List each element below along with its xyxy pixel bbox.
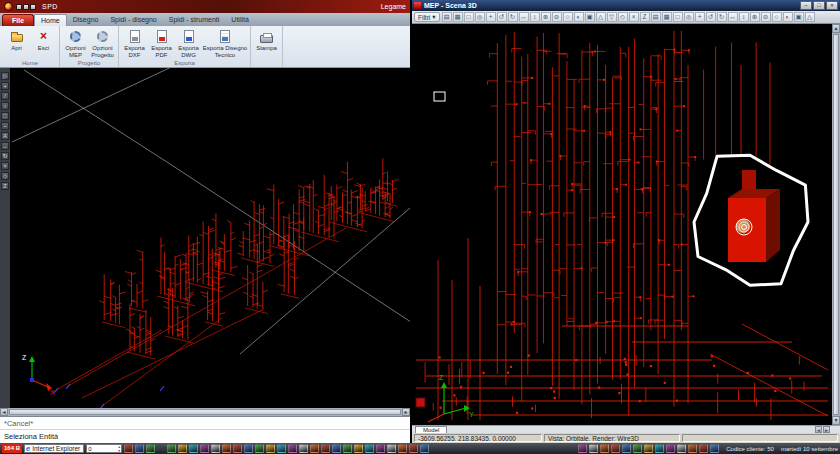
- taskbar-icon[interactable]: [420, 444, 429, 453]
- save-icon[interactable]: [16, 4, 22, 10]
- ribbon-button-esporta-disegno-tecnico[interactable]: Esporta DisegnoTecnico: [202, 27, 248, 58]
- minimize-button[interactable]: –: [800, 1, 812, 10]
- file-menu-button[interactable]: File: [2, 14, 34, 26]
- ribbon-button-stampa[interactable]: Stampa: [253, 27, 280, 52]
- taskbar-icon[interactable]: [310, 444, 319, 453]
- taskbar-icon[interactable]: [135, 444, 144, 453]
- taskbar-icon[interactable]: [589, 444, 598, 453]
- left-tool-icon-4[interactable]: □: [1, 112, 9, 120]
- scroll-up-icon[interactable]: [832, 24, 840, 33]
- taskbar-icon[interactable]: [200, 444, 209, 453]
- vertical-scrollbar[interactable]: [832, 24, 840, 425]
- taskbar-icon[interactable]: [365, 444, 374, 453]
- view-tool-icon-6[interactable]: ↻: [508, 12, 518, 22]
- coordinate-input[interactable]: 0: [86, 444, 122, 453]
- taskbar-icon[interactable]: [332, 444, 341, 453]
- ribbon-button-apri[interactable]: Apri: [3, 27, 30, 52]
- view-tool-icon-27[interactable]: ↕: [739, 12, 749, 22]
- view-tool-icon-12[interactable]: ◐: [574, 12, 584, 22]
- taskbar-icon[interactable]: [376, 444, 385, 453]
- view-tool-icon-26[interactable]: ↔: [728, 12, 738, 22]
- spinner-icon[interactable]: [118, 445, 120, 452]
- view-tool-icon-32[interactable]: ▣: [794, 12, 804, 22]
- taskbar-icon[interactable]: [124, 444, 133, 453]
- view-tool-icon-22[interactable]: ◎: [684, 12, 694, 22]
- view-tool-icon-8[interactable]: ↕: [530, 12, 540, 22]
- view-tool-icon-2[interactable]: □: [464, 12, 474, 22]
- taskbar-button-internet-explorer[interactable]: Internet Explorer: [24, 444, 84, 453]
- view-tool-icon-33[interactable]: △: [805, 12, 815, 22]
- view-tool-icon-20[interactable]: ▦: [662, 12, 672, 22]
- taskbar-icon[interactable]: [655, 444, 664, 453]
- command-prompt[interactable]: Seleziona Entità: [0, 430, 410, 443]
- tab-nav-arrows[interactable]: [815, 426, 830, 433]
- taskbar-icon[interactable]: [321, 444, 330, 453]
- taskbar-icon[interactable]: [343, 444, 352, 453]
- left-tool-icon-2[interactable]: /: [1, 92, 9, 100]
- taskbar-icon[interactable]: [600, 444, 609, 453]
- tab-prev-icon[interactable]: [815, 426, 822, 433]
- view-tool-icon-13[interactable]: ▣: [585, 12, 595, 22]
- taskbar-icon[interactable]: [387, 444, 396, 453]
- taskbar-icon[interactable]: [244, 444, 253, 453]
- taskbar-icon[interactable]: [710, 444, 719, 453]
- left-tool-icon-6[interactable]: A: [1, 132, 9, 140]
- view-tool-icon-17[interactable]: ×: [629, 12, 639, 22]
- scroll-right-icon[interactable]: [402, 408, 410, 416]
- scroll-down-icon[interactable]: [832, 416, 840, 425]
- left-tool-icon-11[interactable]: Z: [1, 182, 9, 190]
- tab-spidi-disegno[interactable]: Spidi - disegno: [104, 14, 162, 26]
- tab-disegno[interactable]: Disegno: [67, 14, 105, 26]
- left-tool-icon-10[interactable]: ◇: [1, 172, 9, 180]
- view-tool-icon-9[interactable]: ⊕: [541, 12, 551, 22]
- scroll-left-icon[interactable]: [0, 408, 8, 416]
- tab-spidi-strumenti[interactable]: Spidi - strumenti: [163, 14, 226, 26]
- tab-home[interactable]: Home: [34, 14, 67, 26]
- taskbar-icon[interactable]: [677, 444, 686, 453]
- taskbar-icon[interactable]: [288, 444, 297, 453]
- taskbar-icon[interactable]: [211, 444, 220, 453]
- taskbar-icon[interactable]: [666, 444, 675, 453]
- taskbar-icon[interactable]: [255, 444, 264, 453]
- taskbar-icon[interactable]: [233, 444, 242, 453]
- left-tool-icon-0[interactable]: ▷: [1, 72, 9, 80]
- 3d-viewport[interactable]: ZYX: [412, 24, 832, 425]
- model-tab[interactable]: Model: [415, 426, 447, 433]
- view-tool-icon-1[interactable]: ▦: [453, 12, 463, 22]
- view-tool-icon-28[interactable]: ⊕: [750, 12, 760, 22]
- view-tool-icon-5[interactable]: ↺: [497, 12, 507, 22]
- view-tool-icon-4[interactable]: +: [486, 12, 496, 22]
- taskbar-icon[interactable]: [633, 444, 642, 453]
- ribbon-button-esporta-dxf[interactable]: EsportaDXF: [121, 27, 148, 58]
- view-tool-icon-0[interactable]: ▤: [442, 12, 452, 22]
- taskbar-icon[interactable]: [578, 444, 587, 453]
- left-tool-icon-8[interactable]: ↻: [1, 152, 9, 160]
- taskbar-icon[interactable]: [167, 444, 176, 453]
- taskbar-icon[interactable]: [178, 444, 187, 453]
- close-button[interactable]: ×: [826, 1, 838, 10]
- left-tool-icon-5[interactable]: ~: [1, 122, 9, 130]
- view-tool-icon-16[interactable]: ◇: [618, 12, 628, 22]
- taskbar-icon[interactable]: [277, 444, 286, 453]
- taskbar-icon[interactable]: [644, 444, 653, 453]
- view-tool-icon-15[interactable]: ▽: [607, 12, 617, 22]
- taskbar-icon[interactable]: [409, 444, 418, 453]
- left-tool-icon-9[interactable]: ×: [1, 162, 9, 170]
- redo-icon[interactable]: [30, 4, 36, 10]
- taskbar-icon[interactable]: [622, 444, 631, 453]
- view-tool-icon-11[interactable]: ○: [563, 12, 573, 22]
- ribbon-button-opzioni-mep[interactable]: OpzioniMEP: [62, 27, 89, 58]
- horizontal-scrollbar[interactable]: [0, 408, 410, 416]
- view-tool-icon-7[interactable]: ↔: [519, 12, 529, 22]
- view-tool-icon-19[interactable]: ▤: [651, 12, 661, 22]
- left-tool-icon-3[interactable]: ○: [1, 102, 9, 110]
- filters-dropdown[interactable]: Filtri ▾: [414, 12, 440, 22]
- view-tool-icon-21[interactable]: □: [673, 12, 683, 22]
- taskbar-icon[interactable]: [398, 444, 407, 453]
- view-tool-icon-3[interactable]: ◎: [475, 12, 485, 22]
- taskbar-icon[interactable]: [688, 444, 697, 453]
- ribbon-button-esporta-pdf[interactable]: EsportaPDF: [148, 27, 175, 58]
- undo-icon[interactable]: [23, 4, 29, 10]
- taskbar-icon[interactable]: [189, 444, 198, 453]
- view-tool-icon-14[interactable]: △: [596, 12, 606, 22]
